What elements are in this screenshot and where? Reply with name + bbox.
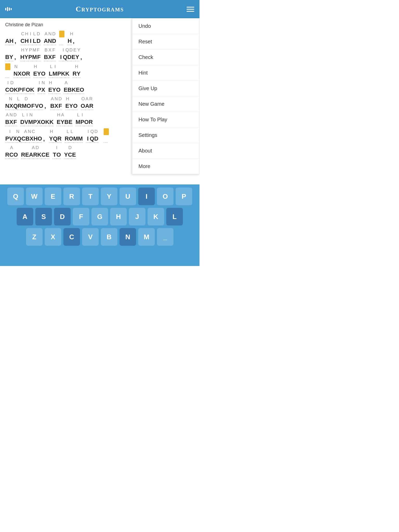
menu-item-give-up[interactable]: Give Up (132, 81, 199, 96)
menu-button[interactable] (187, 7, 194, 12)
bar1-icon (5, 8, 6, 10)
bar2-icon (7, 7, 8, 11)
word-a-8: A R C O (5, 145, 18, 159)
selected-letter-box-2[interactable] (5, 63, 10, 70)
key-t[interactable]: T (82, 188, 99, 205)
keyboard-row-3: Z X C V B N M _ (2, 228, 197, 246)
selected-letter-box[interactable] (59, 31, 64, 37)
word-nxor: N N X O R (14, 64, 30, 78)
menu-item-how-to-play[interactable]: How To Play (132, 112, 199, 128)
key-e[interactable]: E (45, 188, 61, 205)
word-gold-2[interactable] (5, 63, 10, 78)
hamburger-icon[interactable] (187, 7, 194, 12)
word-d-8: D Y C E (64, 145, 76, 159)
word-ebkeo: A E B K E O (64, 80, 84, 94)
stats-button[interactable] (5, 7, 12, 11)
word-hypmf: HYPMF H Y P M F (20, 47, 41, 61)
bar4-icon (11, 8, 12, 10)
word-and-1: A N D A N D (44, 31, 56, 45)
menu-item-reset[interactable]: Reset (132, 34, 199, 50)
word-lmpkk: LI L M P K K (49, 64, 69, 78)
word-ad-8: AD R E A R K C E (21, 145, 49, 159)
menu-item-more[interactable]: More (132, 159, 199, 174)
word-eyo-1: H E Y O (33, 64, 45, 78)
key-o[interactable]: O (157, 188, 174, 205)
word-bxf-3: AND B X F (5, 112, 17, 126)
word-bxf-2: AND B X F (50, 96, 62, 110)
word-eyo-2: H E Y O (48, 80, 61, 94)
key-d[interactable]: D (54, 208, 71, 225)
menu-item-settings[interactable]: Settings (132, 128, 199, 143)
menu-item-hint[interactable]: Hint (132, 65, 199, 81)
key-y[interactable]: Y (101, 188, 117, 205)
key-k[interactable]: K (148, 208, 164, 225)
word-gold-1[interactable] (59, 31, 64, 45)
key-n[interactable]: N (119, 228, 136, 246)
key-f[interactable]: F (73, 208, 89, 225)
word-eybe: HA E Y B E (57, 112, 72, 126)
key-z[interactable]: Z (26, 228, 43, 246)
dropdown-menu: Undo Reset Check Hint Give Up New Game H… (132, 18, 200, 174)
menu-item-new-game[interactable]: New Game (132, 96, 199, 112)
word-h1: H H , (68, 31, 76, 45)
key-l[interactable]: L (166, 208, 183, 225)
selected-letter-box-3[interactable] (104, 128, 109, 135)
word-i-8: I T O (52, 145, 61, 159)
word-pvxqcbxho: INANC P V X Q C B X H O , (5, 129, 46, 143)
word-ry: H R Y (72, 64, 81, 78)
word-mpor: LI M P O R (76, 112, 93, 126)
key-a[interactable]: A (17, 208, 33, 225)
word-nxqrmofvo: NLD N X Q R M O F V O , (5, 96, 47, 110)
word-oar: OAR O A R (81, 96, 94, 110)
key-s[interactable]: S (35, 208, 52, 225)
key-b[interactable]: B (101, 228, 117, 246)
word-ah: A H , (5, 31, 17, 45)
key-x[interactable]: X (45, 228, 61, 246)
keyboard-row-2: A S D F G H J K L (2, 208, 197, 225)
word-gold-3[interactable] (104, 128, 109, 143)
key-underscore[interactable]: _ (157, 228, 174, 246)
key-v[interactable]: V (82, 228, 99, 246)
key-h[interactable]: H (110, 208, 127, 225)
keyboard-row-1: Q W E R T Y U I O P (2, 188, 197, 205)
key-c[interactable]: C (63, 228, 80, 246)
key-j[interactable]: J (129, 208, 145, 225)
word-iqdey: IQDEY I Q D E Y , (59, 47, 83, 61)
key-g[interactable]: G (91, 208, 108, 225)
word-bxf-1: BXF B X F (44, 47, 56, 61)
word-romm: LL R O M M (65, 129, 83, 143)
word-by: B Y , (5, 47, 17, 61)
key-r[interactable]: R (63, 188, 80, 205)
keyboard: Q W E R T Y U I O P A S D F G H J K L Z … (0, 184, 200, 266)
bar3-icon (9, 8, 10, 11)
key-q[interactable]: Q (7, 188, 24, 205)
menu-item-check[interactable]: Check (132, 50, 199, 65)
app-title: Cryptograms (76, 5, 124, 13)
menu-item-undo[interactable]: Undo (132, 18, 199, 34)
menu-item-about[interactable]: About (132, 143, 199, 159)
word-iqd: IQD I Q D (86, 129, 98, 143)
key-m[interactable]: M (138, 228, 155, 246)
key-u[interactable]: U (119, 188, 136, 205)
key-i[interactable]: I (138, 188, 155, 205)
word-child: C H I L D C H I L D (21, 31, 41, 45)
word-dvmpxokk: LIN D V M P X O K K (20, 112, 54, 126)
word-px: IN P X (37, 80, 45, 94)
app-header: Cryptograms (0, 0, 200, 18)
word-cokpfok: ID C O K P F O K (5, 80, 34, 94)
key-p[interactable]: P (176, 188, 192, 205)
word-yqr: H Y Q R (49, 129, 62, 143)
key-w[interactable]: W (26, 188, 43, 205)
word-eyo-3: H E Y O (65, 96, 77, 110)
